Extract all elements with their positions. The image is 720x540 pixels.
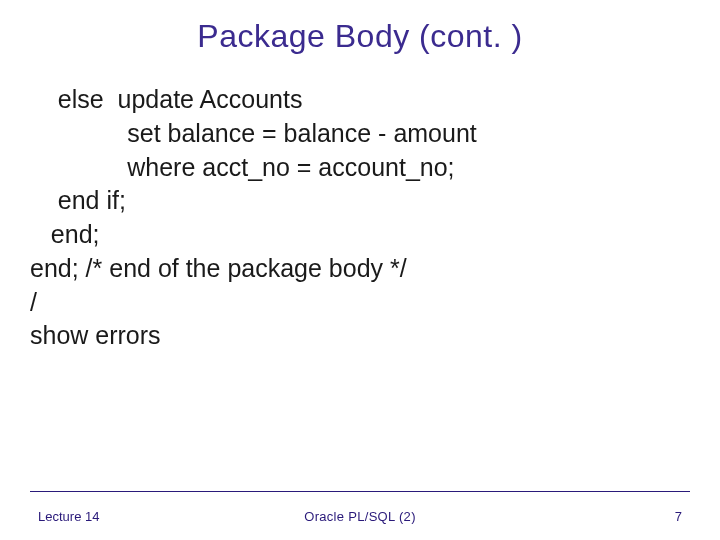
slide-title: Package Body (cont. ) [30,18,690,55]
footer-center: Oracle PL/SQL (2) [304,509,416,524]
slide-footer: Lecture 14 Oracle PL/SQL (2) 7 [0,509,720,524]
footer-right: 7 [675,509,682,524]
code-block: else update Accounts set balance = balan… [30,83,690,353]
footer-divider [30,491,690,492]
slide: Package Body (cont. ) else update Accoun… [0,0,720,540]
footer-left: Lecture 14 [38,509,99,524]
